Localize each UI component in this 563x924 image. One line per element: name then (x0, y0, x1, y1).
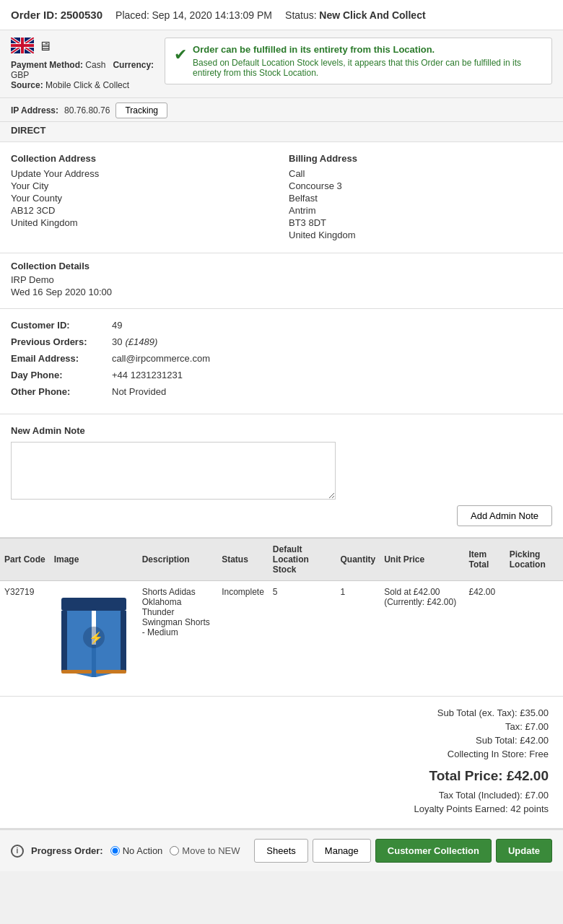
info-section: 🖥 Payment Method: Cash Currency: GBP Sou… (0, 30, 563, 98)
total-price-row: Total Price: £42.00 (14, 768, 549, 784)
svg-rect-10 (92, 645, 96, 677)
info-icon: i (11, 845, 24, 858)
loyalty-value: 42 points (510, 803, 549, 814)
table-row: Y32719 (0, 581, 563, 697)
cell-part-code: Y32719 (0, 581, 50, 697)
day-phone-label: Day Phone: (11, 370, 112, 380)
subtotal-ex-tax-value: £35.00 (520, 707, 549, 718)
ip-label: IP Address: (11, 105, 58, 116)
status-value: New Click And Collect (319, 9, 425, 21)
direct-label: DIRECT (11, 125, 45, 136)
fulfillment-headline: Order can be fulfilled in its entirety f… (193, 44, 543, 55)
header-bar: Order ID: 2500530 Placed: Sep 14, 2020 1… (0, 0, 563, 30)
col-item-total: Item Total (465, 539, 505, 581)
svg-rect-8 (11, 44, 34, 47)
tracking-row: IP Address: 80.76.80.76 Tracking (0, 98, 563, 122)
col-quantity: Quantity (336, 539, 380, 581)
radio-no-action[interactable]: No Action (110, 845, 163, 856)
col-default-location: Default Location Stock (269, 539, 336, 581)
table-header-row: Part Code Image Description Status Defau… (0, 539, 563, 581)
currency-row: GBP (11, 70, 154, 80)
currency-value: GBP (11, 70, 29, 80)
billing-addr-line3: Belfast (289, 193, 552, 204)
update-button[interactable]: Update (496, 839, 552, 863)
customer-info-section: Customer ID: 49 Previous Orders: 30 (£14… (0, 309, 563, 414)
collection-location: IRP Demo (11, 274, 552, 285)
status-label: Status: (285, 9, 317, 21)
col-image: Image (50, 539, 138, 581)
addresses-section: Collection Address Update Your Address Y… (0, 142, 563, 253)
collection-datetime: Wed 16 Sep 2020 10:00 (11, 287, 552, 297)
collection-addr-line4: AB12 3CD (11, 205, 274, 216)
billing-address-heading: Billing Address (289, 153, 552, 164)
collection-addr-line2: Your City (11, 180, 274, 191)
fulfillment-subtext: Based on Default Location Stock levels, … (193, 58, 543, 78)
subtotal-row: Sub Total: £42.00 (14, 735, 549, 746)
cell-unit-price: Sold at £42.00 (Currently: £42.00) (380, 581, 464, 697)
sheets-button[interactable]: Sheets (254, 839, 307, 863)
svg-rect-16 (96, 670, 126, 674)
order-table-section: Part Code Image Description Status Defau… (0, 538, 563, 697)
tax-value: £7.00 (525, 721, 549, 732)
order-id-label: Order ID: (11, 9, 58, 21)
loyalty-label: Loyalty Points Earned: (414, 803, 508, 814)
billing-address: Billing Address Call Concourse 3 Belfast… (289, 153, 552, 242)
collecting-label: Collecting In Store: (448, 749, 527, 759)
placed-label: Placed: (115, 9, 149, 21)
collection-details-heading: Collection Details (11, 261, 552, 271)
other-phone-row: Other Phone: Not Provided (11, 386, 552, 397)
collecting-value: Free (529, 749, 549, 759)
tracking-button[interactable]: Tracking (115, 103, 167, 118)
add-admin-note-button[interactable]: Add Admin Note (457, 505, 552, 526)
billing-addr-line5: BT3 8DT (289, 217, 552, 228)
svg-rect-12 (121, 611, 126, 672)
source-label: Source: (11, 80, 43, 90)
source-row: Source: Mobile Click & Collect (11, 80, 154, 90)
day-phone-row: Day Phone: +44 1231231231 (11, 370, 552, 380)
svg-rect-15 (61, 670, 92, 674)
radio-move-to-new-input[interactable] (170, 846, 179, 855)
direct-label-row: DIRECT (0, 122, 563, 142)
radio-no-action-label: No Action (123, 845, 163, 856)
customer-collection-button[interactable]: Customer Collection (375, 839, 492, 863)
tax-row: Tax: £7.00 (14, 721, 549, 732)
radio-move-to-new-label: Move to NEW (182, 845, 240, 856)
radio-no-action-input[interactable] (110, 846, 120, 855)
progress-label: Progress Order: (31, 845, 103, 856)
subtotal-ex-tax-row: Sub Total (ex. Tax): £35.00 (14, 707, 549, 718)
collection-address-heading: Collection Address (11, 153, 274, 164)
cell-item-total: £42.00 (465, 581, 505, 697)
manage-button[interactable]: Manage (313, 839, 371, 863)
admin-note-textarea[interactable] (11, 442, 336, 500)
total-price-label: Total Price: (429, 768, 503, 783)
col-unit-price: Unit Price (380, 539, 464, 581)
billing-addr-line2: Concourse 3 (289, 180, 552, 191)
svg-rect-11 (61, 611, 67, 672)
placed-date: Sep 14, 2020 14:13:09 PM (152, 9, 272, 21)
email-row: Email Address: call@irpcommerce.com (11, 353, 552, 364)
svg-text:⚡: ⚡ (89, 631, 103, 645)
source-value: Mobile Click & Collect (45, 80, 129, 90)
email-label: Email Address: (11, 353, 112, 364)
other-phone-label: Other Phone: (11, 386, 112, 397)
day-phone-value: +44 1231231231 (112, 370, 183, 380)
tax-total-label: Tax Total (Included): (439, 790, 523, 801)
action-buttons: Sheets Manage Customer Collection Update (254, 839, 552, 863)
ip-value: 80.76.80.76 (64, 105, 110, 116)
radio-move-to-new[interactable]: Move to NEW (170, 845, 240, 856)
previous-orders-label: Previous Orders: (11, 336, 112, 347)
previous-orders-count: 30 (112, 336, 122, 347)
previous-orders-amount: (£1489) (125, 336, 157, 347)
billing-addr-line6: United Kingdom (289, 230, 552, 240)
cell-picking-location (505, 581, 563, 697)
cell-default-location: 5 (269, 581, 336, 697)
cell-quantity: 1 (336, 581, 380, 697)
payment-method-value: Cash (85, 60, 105, 70)
customer-id-label: Customer ID: (11, 320, 112, 331)
col-status: Status (217, 539, 269, 581)
uk-flag-icon (11, 38, 34, 56)
footer-bar: i Progress Order: No Action Move to NEW … (0, 829, 563, 871)
subtotal-label: Sub Total: (476, 735, 518, 746)
collection-addr-line5: United Kingdom (11, 217, 274, 228)
tax-total-value: £7.00 (525, 790, 549, 801)
